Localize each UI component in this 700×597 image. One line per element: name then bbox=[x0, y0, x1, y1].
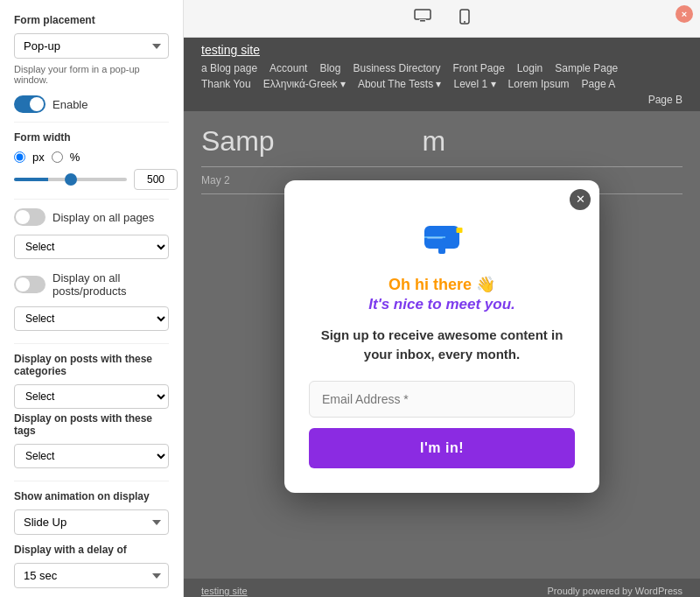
left-panel: Form placement Pop-up Display your form … bbox=[0, 0, 184, 597]
popup-greeting: Oh hi there 👋 bbox=[309, 275, 575, 294]
site-content: testing site a Blog page Account Blog Bu… bbox=[184, 38, 700, 597]
posts-select[interactable]: Select bbox=[14, 306, 169, 331]
close-button[interactable]: × bbox=[676, 5, 693, 23]
display-all-pages-label: Display on all pages bbox=[52, 211, 154, 224]
form-placement-helper: Display your form in a pop-up window. bbox=[14, 64, 169, 85]
display-all-posts-row: Display on all posts/products bbox=[14, 271, 169, 298]
display-all-pages-row: Display on all pages bbox=[14, 208, 169, 226]
submit-button[interactable]: I'm in! bbox=[309, 428, 575, 468]
display-all-pages-toggle[interactable] bbox=[14, 208, 46, 226]
popup-modal: ✕ bbox=[284, 180, 599, 493]
percent-label: % bbox=[70, 151, 80, 164]
form-placement-select[interactable]: Pop-up bbox=[14, 33, 169, 59]
animation-select[interactable]: Slide Up bbox=[14, 509, 169, 535]
svg-rect-8 bbox=[454, 228, 457, 242]
width-slider[interactable] bbox=[14, 178, 127, 181]
animation-label: Show animation on display bbox=[14, 490, 169, 502]
form-width-label: Form width bbox=[14, 131, 169, 144]
website-frame: × testing site a Blog page Account Blog … bbox=[184, 0, 700, 597]
categories-select[interactable]: Select bbox=[14, 384, 169, 409]
form-placement-label: Form placement bbox=[14, 14, 169, 26]
popup-subtitle: It's nice to meet you. bbox=[309, 296, 575, 313]
desktop-icon[interactable] bbox=[409, 7, 437, 30]
svg-rect-0 bbox=[415, 10, 430, 19]
popup-body-text: Sign up to receive awesome content in yo… bbox=[309, 326, 575, 365]
svg-rect-10 bbox=[438, 247, 445, 254]
enable-toggle-row: Enable bbox=[14, 95, 169, 113]
width-unit-row: px % bbox=[14, 151, 169, 164]
enable-label: Enable bbox=[52, 98, 88, 111]
svg-point-4 bbox=[464, 21, 466, 23]
display-all-posts-toggle[interactable] bbox=[14, 276, 46, 293]
email-input[interactable] bbox=[309, 381, 575, 418]
svg-rect-9 bbox=[457, 228, 463, 233]
right-panel: × testing site a Blog page Account Blog … bbox=[184, 0, 700, 597]
popup-close-button[interactable]: ✕ bbox=[570, 189, 591, 210]
mobile-icon[interactable] bbox=[454, 7, 475, 30]
width-slider-container: 500 bbox=[14, 169, 169, 190]
top-bar: × bbox=[184, 0, 700, 38]
categories-label: Display on posts with these categories bbox=[14, 353, 169, 377]
svg-rect-1 bbox=[420, 20, 425, 22]
svg-rect-11 bbox=[427, 237, 443, 239]
tags-label: Display on posts with these tags bbox=[14, 412, 169, 437]
px-radio[interactable] bbox=[14, 151, 25, 163]
mailbox-svg bbox=[416, 207, 468, 259]
delay-label: Display with a delay of bbox=[14, 544, 169, 556]
pages-select[interactable]: Select bbox=[14, 235, 169, 259]
svg-rect-2 bbox=[419, 19, 426, 20]
enable-toggle[interactable] bbox=[14, 95, 46, 113]
display-all-posts-label: Display on all posts/products bbox=[52, 271, 169, 298]
width-number-input[interactable]: 500 bbox=[134, 169, 178, 190]
popup-icon bbox=[309, 207, 575, 263]
tags-select[interactable]: Select bbox=[14, 444, 169, 468]
delay-select[interactable]: 15 sec bbox=[14, 563, 169, 588]
site-title[interactable]: testing site bbox=[201, 43, 682, 57]
percent-radio[interactable] bbox=[52, 151, 63, 163]
px-label: px bbox=[32, 151, 45, 164]
popup-overlay: ✕ bbox=[184, 69, 700, 597]
